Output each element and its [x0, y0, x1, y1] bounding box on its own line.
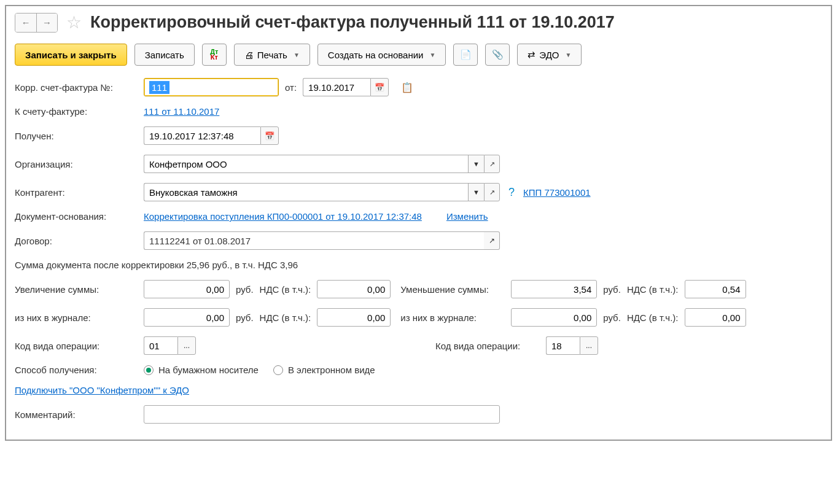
op-code-2-input[interactable]	[546, 336, 580, 355]
counterparty-input[interactable]	[144, 183, 468, 201]
organization-open[interactable]: ↗	[484, 155, 500, 173]
organization-input[interactable]	[144, 155, 468, 173]
vat-label-1: НДС (в т.ч.):	[260, 284, 311, 295]
decrease-vat-input[interactable]	[685, 280, 746, 298]
calendar-button[interactable]: 📅	[370, 78, 389, 96]
status-icon[interactable]: 📋	[401, 82, 413, 93]
op-code-2-label: Код вида операции:	[435, 341, 540, 351]
paperclip-icon: 📎	[492, 49, 504, 60]
basis-doc-label: Документ-основания:	[15, 211, 138, 222]
counterparty-open[interactable]: ↗	[484, 183, 500, 201]
op-code-1-input[interactable]	[144, 336, 177, 355]
calendar-icon: 📅	[375, 83, 384, 92]
comment-label: Комментарий:	[15, 409, 138, 420]
journal-inc-input[interactable]	[144, 308, 230, 327]
contract-label: Договор:	[15, 236, 138, 246]
edo-button[interactable]: ⇄ЭДО▼	[517, 44, 582, 66]
change-link[interactable]: Изменить	[446, 211, 488, 222]
journal-inc-vat-input[interactable]	[317, 308, 391, 327]
nav-buttons: ← →	[15, 13, 58, 33]
save-close-button[interactable]: Записать и закрыть	[15, 44, 127, 66]
save-button[interactable]: Записать	[134, 44, 195, 66]
printer-icon: 🖨	[244, 50, 254, 60]
organization-dropdown[interactable]: ▼	[468, 155, 484, 173]
back-button[interactable]: ←	[15, 14, 36, 32]
received-label: Получен:	[15, 131, 138, 141]
decrease-label: Уменьшение суммы:	[400, 284, 505, 295]
vat-label-2: НДС (в т.ч.):	[627, 284, 679, 295]
invoice-no-label: Корр. счет-фактура №:	[15, 82, 138, 93]
calendar-icon: 📅	[265, 131, 274, 141]
op-code-1-select[interactable]: ...	[177, 336, 196, 355]
dtkt-button[interactable]: ДтКт	[202, 44, 227, 66]
create-based-button[interactable]: Создать на основании▼	[317, 44, 446, 66]
increase-vat-input[interactable]	[317, 280, 391, 298]
increase-sum-input[interactable]	[144, 280, 230, 298]
comment-input[interactable]	[144, 405, 500, 424]
invoice-no-input[interactable]: 111	[144, 78, 279, 96]
radio-unchecked-icon	[273, 365, 283, 375]
counterparty-label: Контрагент:	[15, 187, 138, 198]
received-input[interactable]	[144, 126, 260, 145]
edo-icon: ⇄	[528, 49, 535, 60]
forward-button[interactable]: →	[36, 14, 57, 32]
journal-dec-input[interactable]	[511, 308, 597, 327]
to-invoice-label: К счету-фактуре:	[15, 106, 138, 117]
edo-connect-link[interactable]: Подключить "ООО "Конфетпром"" к ЭДО	[15, 385, 189, 395]
op-code-2-select[interactable]: ...	[580, 336, 598, 355]
from-label: от:	[285, 82, 297, 93]
page-title: Корректировочный счет-фактура полученный…	[90, 13, 615, 32]
receive-method-label: Способ получения:	[15, 365, 138, 375]
journal-dec-vat-input[interactable]	[685, 308, 746, 327]
document-icon: 📄	[460, 49, 472, 60]
to-invoice-link[interactable]: 111 от 11.10.2017	[144, 106, 219, 117]
attach-button[interactable]: 📎	[485, 44, 510, 66]
print-button[interactable]: 🖨Печать▼	[234, 44, 310, 66]
kpp-link[interactable]: КПП 773001001	[523, 187, 591, 198]
contract-input[interactable]: 11112241 от 01.08.2017	[144, 231, 484, 250]
radio-electronic[interactable]: В электронном виде	[273, 365, 375, 375]
basis-doc-link[interactable]: Корректировка поступления КП00-000001 от…	[144, 211, 422, 222]
op-code-1-label: Код вида операции:	[15, 341, 138, 351]
radio-paper[interactable]: На бумажном носителе	[144, 365, 259, 375]
increase-label: Увеличение суммы:	[15, 284, 138, 295]
favorite-icon[interactable]: ☆	[66, 12, 82, 33]
report-button[interactable]: 📄	[453, 44, 478, 66]
summary-text: Сумма документа после корректировки 25,9…	[15, 260, 822, 270]
journal-dec-label: из них в журнале:	[400, 312, 505, 323]
date-input[interactable]	[303, 78, 370, 96]
contract-open[interactable]: ↗	[484, 231, 500, 250]
journal-inc-label: из них в журнале:	[15, 312, 138, 323]
help-icon[interactable]: ?	[508, 186, 515, 199]
radio-checked-icon	[144, 365, 154, 375]
counterparty-dropdown[interactable]: ▼	[468, 183, 484, 201]
organization-label: Организация:	[15, 159, 138, 169]
received-calendar-button[interactable]: 📅	[260, 126, 279, 145]
decrease-sum-input[interactable]	[511, 280, 597, 298]
